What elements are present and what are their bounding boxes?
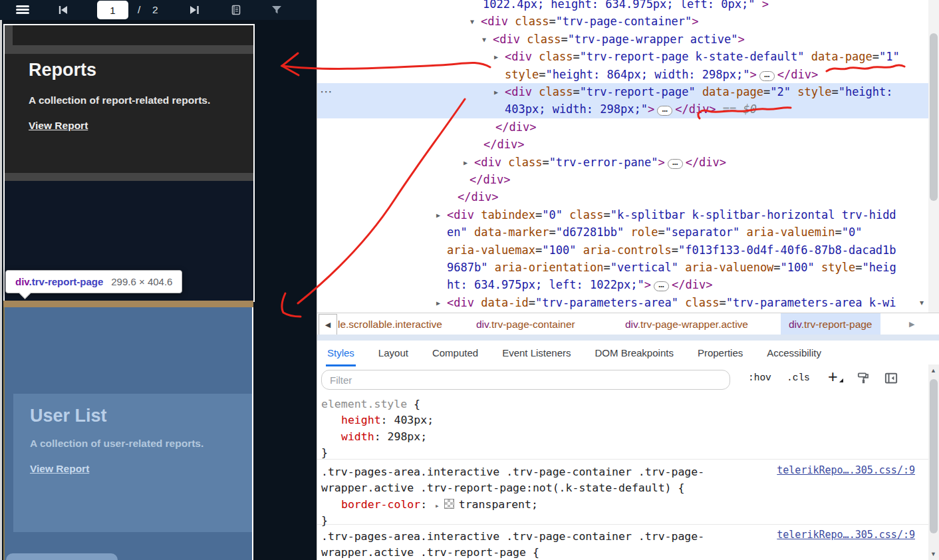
brush-icon [857, 372, 870, 384]
dom-tree-row[interactable]: ▶<div class="trv-error-pane">…</div> [474, 154, 726, 172]
styles-scrollbar[interactable]: ▲ ▼ [928, 364, 939, 560]
breadcrumb-bar: ◀ ▶ le.scrollable.interactivediv.trv-pag… [317, 313, 939, 335]
toggle-sidebar-button[interactable] [884, 372, 898, 387]
elements-tree: ▾ 1022.4px; height: 634.975px; left: 0px… [317, 0, 928, 313]
color-swatch[interactable] [444, 499, 454, 509]
breadcrumb-item[interactable]: div.trv-report-page [781, 313, 880, 335]
format-styles-button[interactable] [857, 372, 870, 387]
scrollbar-thumb[interactable] [930, 33, 938, 201]
dom-tree-row[interactable]: aria-valuemax="100" aria-controls="f013f… [447, 241, 896, 259]
document-map-icon [231, 5, 241, 15]
parameters-filter-button[interactable] [271, 5, 282, 17]
stylesheet-link[interactable]: telerikRepo….305.css/:9 [777, 464, 915, 476]
breadcrumb-item[interactable]: le.scrollable.interactive [338, 313, 442, 335]
breadcrumb-forward-icon[interactable]: ▶ [909, 313, 914, 335]
inline-expand-icon[interactable]: … [759, 71, 775, 81]
expand-icon[interactable]: ▶ [494, 49, 498, 66]
report-page-1[interactable]: Reports A collection of report-related r… [3, 24, 255, 302]
tab-properties[interactable]: Properties [698, 341, 743, 366]
scroll-up-icon[interactable]: ▲ [930, 367, 936, 374]
expand-icon[interactable]: ▶ [436, 295, 440, 312]
report-title: Reports [29, 60, 96, 80]
last-page-icon [188, 5, 200, 15]
first-page-icon [57, 5, 69, 15]
dom-tree-row[interactable]: en" data-marker="d67281bb" role="separat… [447, 223, 863, 241]
collapse-icon[interactable]: ▼ [470, 13, 474, 31]
view-report-link[interactable]: View Report [29, 120, 88, 132]
tab-computed[interactable]: Computed [432, 341, 478, 366]
breadcrumb-item[interactable]: div.trv-page-container [476, 313, 575, 335]
tooltip-classes: .trv-report-page [29, 276, 104, 287]
report-page-2[interactable]: User List A collection of user-related r… [3, 307, 253, 560]
page-total: 2 [152, 4, 158, 16]
pseudo-class-toggle[interactable]: :hov [748, 372, 771, 383]
expand-icon[interactable]: ▶ [494, 84, 498, 101]
dom-tree-row[interactable]: ▶<div data-id="trv-parameters-area" clas… [447, 294, 896, 312]
dom-tree-row[interactable]: 1022.4px; height: 634.975px; left: 0px;"… [483, 0, 769, 13]
tab-dom-breakpoints[interactable]: DOM Breakpoints [595, 341, 674, 366]
breadcrumb-item[interactable]: div.trv-page-wrapper.active [625, 313, 748, 335]
dom-tree-row[interactable]: </div> [495, 118, 536, 136]
first-page-button[interactable] [57, 5, 69, 17]
panel-divider [317, 335, 939, 341]
style-rule-line[interactable]: width: 298px; [341, 429, 427, 445]
page-number-input[interactable] [97, 1, 128, 19]
last-page-button[interactable] [188, 5, 200, 17]
dom-tree-row[interactable]: style="height: 864px; width: 298px;">…</… [505, 66, 818, 84]
tab-accessibility[interactable]: Accessibility [767, 341, 821, 366]
dom-tree-row[interactable]: 9687b" aria-orientation="vertical" aria-… [447, 259, 896, 277]
inline-expand-icon[interactable]: … [657, 106, 672, 116]
class-toggle[interactable]: .cls [787, 372, 810, 383]
style-rule-line[interactable]: } [321, 445, 328, 461]
new-style-rule-button[interactable]: + [828, 367, 838, 386]
tab-event-listeners[interactable]: Event Listeners [502, 341, 571, 366]
node-menu-icon[interactable]: ⋯ [320, 85, 333, 98]
dom-tree-row[interactable]: ▼<div class="trv-page-container"> [481, 13, 699, 31]
expand-icon[interactable]: ▸ [435, 501, 440, 510]
viewer-toolbar: / 2 [0, 0, 317, 20]
page1-divider-band [5, 45, 253, 54]
tab-styles[interactable]: Styles [327, 341, 354, 366]
view-report-link[interactable]: View Report [30, 463, 89, 475]
style-rule-line[interactable]: height: 403px; [341, 412, 434, 428]
menu-icon[interactable] [16, 5, 29, 15]
dom-tree-row[interactable]: </div> [483, 136, 524, 154]
dom-tree-row[interactable]: ▶<div class="trv-report-page" data-page=… [505, 83, 893, 101]
window-edge [0, 20, 2, 560]
expand-icon[interactable]: ▶ [436, 207, 440, 224]
style-rule-line[interactable]: border-color: ▸transparent; [341, 497, 538, 513]
scroll-down-icon: ▾ [920, 298, 924, 307]
dom-tree-row[interactable]: ht: 634.975px; left: 1022px;">…</div> [447, 276, 712, 294]
dom-tree-row[interactable]: </div> [470, 171, 510, 189]
dom-tree-row[interactable]: ▶<div tabindex="0" class="k-splitbar k-s… [447, 206, 896, 224]
filter-icon [271, 5, 282, 15]
filter-input[interactable] [321, 370, 730, 390]
style-rule-line[interactable]: element.style { [321, 396, 420, 412]
style-rule-line[interactable]: .trv-pages-area.interactive .trv-page-co… [321, 464, 704, 480]
dom-tree-row[interactable]: 403px; width: 298px;">…</div> == $0 [505, 100, 757, 118]
style-rule-line[interactable]: .trv-pages-area.interactive .trv-page-co… [321, 529, 704, 545]
tabs: StylesLayoutComputedEvent ListenersDOM B… [317, 341, 928, 366]
style-rule-line[interactable]: wrapper.active .trv-report-page { [321, 545, 539, 560]
dom-tree-row[interactable]: ▶<div class="trv-report-page k-state-def… [505, 48, 900, 66]
report-viewer-panel: / 2 Reports A collection of report-relat… [0, 0, 317, 560]
collapse-icon[interactable]: ▼ [482, 31, 486, 49]
inline-expand-icon[interactable]: … [654, 281, 669, 291]
tooltip-selector: div.trv-report-page [15, 276, 103, 287]
expand-icon[interactable]: ▶ [464, 154, 468, 172]
style-rule-line[interactable]: } [321, 513, 328, 529]
style-rule-line[interactable]: wrapper.active .trv-report-page:not(.k-s… [321, 480, 684, 496]
tab-layout[interactable]: Layout [378, 341, 408, 366]
breadcrumb-back-button[interactable]: ◀ [319, 314, 337, 336]
scroll-down-icon[interactable]: ▼ [930, 551, 936, 557]
report-title: User List [30, 406, 107, 426]
dom-tree-row[interactable]: ▼<div class="trv-page-wrapper active"> [493, 31, 745, 49]
document-map-button[interactable] [231, 5, 241, 18]
dom-tree-row[interactable]: </div> [458, 188, 498, 206]
report-description: A collection of user-related reports. [30, 438, 203, 450]
inspect-margin-overlay [3, 301, 253, 307]
scrollbar-thumb[interactable] [930, 379, 938, 533]
inline-expand-icon[interactable]: … [668, 159, 683, 169]
stylesheet-link[interactable]: telerikRepo….305.css/:9 [777, 529, 915, 541]
elements-scrollbar[interactable] [928, 0, 939, 313]
